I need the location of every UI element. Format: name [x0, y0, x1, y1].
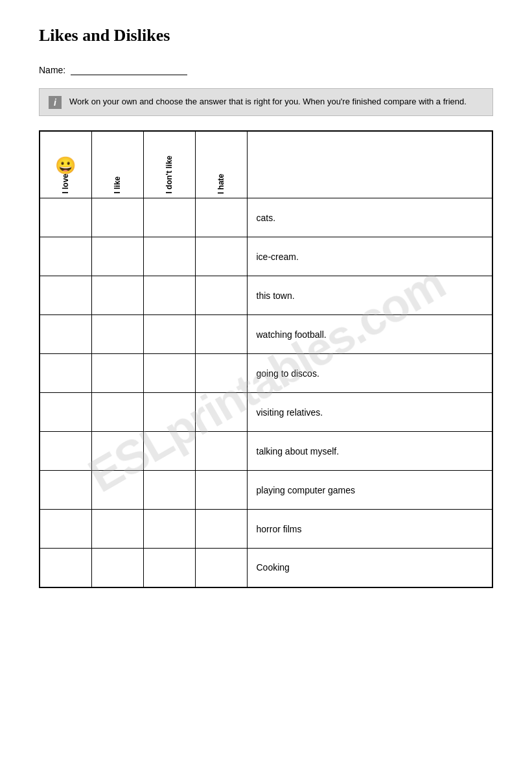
cell-dontlike-row-1[interactable]: [143, 237, 195, 276]
header-like-label: I like: [113, 176, 122, 194]
name-input-line[interactable]: [71, 65, 187, 75]
cell-hate-row-9[interactable]: [195, 549, 247, 587]
info-box: i Work on your own and choose the answer…: [39, 88, 493, 116]
table-row: horror films: [40, 510, 492, 549]
cell-like-row-2[interactable]: [91, 276, 143, 315]
cell-hate-row-7[interactable]: [195, 471, 247, 510]
cell-like-row-4[interactable]: [91, 354, 143, 393]
cell-love-row-7[interactable]: [40, 471, 91, 510]
cell-like-row-9[interactable]: [91, 549, 143, 587]
cell-dontlike-row-7[interactable]: [143, 471, 195, 510]
table-row: this town.: [40, 276, 492, 315]
table-row: Cooking: [40, 549, 492, 587]
item-cell-row-1: ice-cream.: [247, 237, 492, 276]
name-label: Name:: [39, 65, 65, 75]
item-cell-row-4: going to discos.: [247, 354, 492, 393]
item-cell-row-3: watching football.: [247, 315, 492, 354]
cell-hate-row-5[interactable]: [195, 393, 247, 432]
cell-like-row-1[interactable]: [91, 237, 143, 276]
item-cell-row-0: cats.: [247, 198, 492, 237]
cell-dontlike-row-5[interactable]: [143, 393, 195, 432]
header-hate-label: I hate: [216, 174, 226, 194]
cell-hate-row-8[interactable]: [195, 510, 247, 549]
info-icon: i: [49, 96, 62, 109]
cell-love-row-0[interactable]: [40, 198, 91, 237]
worksheet-table: 😀 I love I like I don't like I hate: [39, 130, 493, 588]
table-row: playing computer games: [40, 471, 492, 510]
cell-like-row-6[interactable]: [91, 432, 143, 471]
item-cell-row-9: Cooking: [247, 549, 492, 587]
table-body: cats.ice-cream.this town.watching footba…: [40, 198, 492, 587]
cell-love-row-9[interactable]: [40, 549, 91, 587]
cell-love-row-8[interactable]: [40, 510, 91, 549]
cell-love-row-6[interactable]: [40, 432, 91, 471]
cell-like-row-8[interactable]: [91, 510, 143, 549]
cell-love-row-3[interactable]: [40, 315, 91, 354]
header-like: I like: [91, 131, 143, 198]
cell-love-row-4[interactable]: [40, 354, 91, 393]
cell-dontlike-row-9[interactable]: [143, 549, 195, 587]
cell-love-row-1[interactable]: [40, 237, 91, 276]
cell-like-row-7[interactable]: [91, 471, 143, 510]
table-row: visiting relatives.: [40, 393, 492, 432]
cell-hate-row-6[interactable]: [195, 432, 247, 471]
cell-like-row-0[interactable]: [91, 198, 143, 237]
header-dontlike: I don't like: [143, 131, 195, 198]
table-header-row: 😀 I love I like I don't like I hate: [40, 131, 492, 198]
cell-dontlike-row-6[interactable]: [143, 432, 195, 471]
cell-hate-row-1[interactable]: [195, 237, 247, 276]
cell-dontlike-row-3[interactable]: [143, 315, 195, 354]
item-cell-row-6: talking about myself.: [247, 432, 492, 471]
table-row: watching football.: [40, 315, 492, 354]
cell-dontlike-row-0[interactable]: [143, 198, 195, 237]
cell-like-row-5[interactable]: [91, 393, 143, 432]
cell-hate-row-3[interactable]: [195, 315, 247, 354]
item-cell-row-8: horror films: [247, 510, 492, 549]
cell-like-row-3[interactable]: [91, 315, 143, 354]
header-dontlike-label: I don't like: [165, 156, 174, 194]
table-row: ice-cream.: [40, 237, 492, 276]
cell-hate-row-2[interactable]: [195, 276, 247, 315]
cell-hate-row-4[interactable]: [195, 354, 247, 393]
info-text: Work on your own and choose the answer t…: [69, 95, 467, 108]
item-cell-row-7: playing computer games: [247, 471, 492, 510]
table-row: going to discos.: [40, 354, 492, 393]
item-cell-row-2: this town.: [247, 276, 492, 315]
cell-dontlike-row-4[interactable]: [143, 354, 195, 393]
header-item: [247, 131, 492, 198]
header-love: 😀 I love: [40, 131, 91, 198]
header-love-label: I love: [61, 174, 70, 194]
cell-dontlike-row-8[interactable]: [143, 510, 195, 549]
page-title: Likes and Dislikes: [39, 26, 493, 45]
cell-dontlike-row-2[interactable]: [143, 276, 195, 315]
table-row: cats.: [40, 198, 492, 237]
cell-hate-row-0[interactable]: [195, 198, 247, 237]
name-row: Name:: [39, 65, 493, 75]
cell-love-row-2[interactable]: [40, 276, 91, 315]
item-cell-row-5: visiting relatives.: [247, 393, 492, 432]
cell-love-row-5[interactable]: [40, 393, 91, 432]
header-hate: I hate: [195, 131, 247, 198]
smiley-icon: 😀: [55, 157, 76, 174]
table-row: talking about myself.: [40, 432, 492, 471]
